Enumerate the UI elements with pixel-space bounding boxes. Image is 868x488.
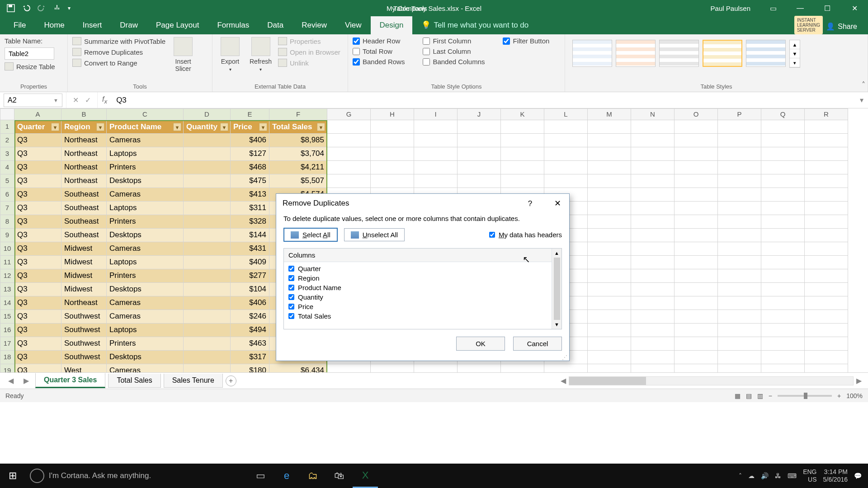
cell-L4[interactable] <box>544 161 588 174</box>
cell-R13[interactable] <box>805 283 848 296</box>
row-header-11[interactable]: 11 <box>0 256 14 269</box>
row-header-17[interactable]: 17 <box>0 337 14 351</box>
gallery-down-icon[interactable]: ▼ <box>790 49 800 58</box>
cell-E7[interactable]: $311 <box>231 202 269 215</box>
tab-design[interactable]: Design <box>371 16 413 34</box>
row-header-2[interactable]: 2 <box>0 134 14 147</box>
cell-E5[interactable]: $475 <box>231 174 269 188</box>
cell-P10[interactable] <box>718 242 761 256</box>
scroll-thumb[interactable] <box>569 377 646 385</box>
cell-A19[interactable]: Q3 <box>14 364 61 372</box>
table-style-1[interactable] <box>572 40 612 67</box>
cell-P15[interactable] <box>718 310 761 324</box>
cell-D3[interactable] <box>184 147 231 161</box>
cell-P4[interactable] <box>718 161 761 174</box>
filter-dropdown-icon[interactable]: ▼ <box>96 123 104 131</box>
tab-formulas[interactable]: Formulas <box>208 16 258 34</box>
column-header-F[interactable]: F <box>269 108 327 120</box>
cell-B14[interactable]: Northeast <box>61 296 107 310</box>
cell-Q8[interactable] <box>761 215 805 229</box>
cell-N17[interactable] <box>631 337 675 351</box>
cell-C19[interactable]: Cameras <box>107 364 184 372</box>
cell-I3[interactable] <box>414 147 458 161</box>
columns-scrollbar[interactable]: ▲ ▼ <box>552 249 561 329</box>
convert-range-button[interactable]: Convert to Range <box>72 59 165 67</box>
cell-P19[interactable] <box>718 364 761 372</box>
name-box-dropdown-icon[interactable]: ▼ <box>53 98 58 103</box>
row-header-19[interactable]: 19 <box>0 364 14 372</box>
cell-Q12[interactable] <box>761 269 805 283</box>
view-page-layout-icon[interactable]: ▤ <box>746 392 752 399</box>
banded-rows-checkbox[interactable]: Banded Rows <box>353 58 405 66</box>
cell-B7[interactable]: Southeast <box>61 202 107 215</box>
column-header-Q[interactable]: Q <box>761 108 805 120</box>
task-view-icon[interactable]: ▭ <box>248 464 273 488</box>
cell-A4[interactable]: Q3 <box>14 161 61 174</box>
column-checkbox-product-name[interactable]: Product Name <box>288 283 557 292</box>
cell-I1[interactable] <box>414 120 458 134</box>
tray-language[interactable]: ENGUS <box>803 468 816 483</box>
cell-O6[interactable] <box>675 188 718 202</box>
cell-C10[interactable]: Cameras <box>107 242 184 256</box>
cell-B15[interactable]: Southwest <box>61 310 107 324</box>
cell-F19[interactable]: $6,434 <box>269 364 327 372</box>
table-name-input[interactable] <box>5 47 54 60</box>
cell-B16[interactable]: Southwest <box>61 324 107 337</box>
cell-G1[interactable] <box>327 120 371 134</box>
cell-C15[interactable]: Cameras <box>107 310 184 324</box>
cell-P5[interactable] <box>718 174 761 188</box>
cell-Q15[interactable] <box>761 310 805 324</box>
cell-A17[interactable]: Q3 <box>14 337 61 351</box>
cell-A5[interactable]: Q3 <box>14 174 61 188</box>
cell-Q1[interactable] <box>761 120 805 134</box>
cell-A8[interactable]: Q3 <box>14 215 61 229</box>
cell-C7[interactable]: Laptops <box>107 202 184 215</box>
resize-grip-icon[interactable]: ⋰ <box>276 354 569 361</box>
share-button[interactable]: 👤Share <box>820 19 863 34</box>
tray-chevron-icon[interactable]: ˄ <box>739 472 742 479</box>
cell-O5[interactable] <box>675 174 718 188</box>
sheet-tab-total-sales[interactable]: Total Sales <box>108 374 160 388</box>
column-header-D[interactable]: D <box>184 108 231 120</box>
cell-R9[interactable] <box>805 229 848 242</box>
cell-A14[interactable]: Q3 <box>14 296 61 310</box>
cell-D8[interactable] <box>184 215 231 229</box>
column-header-M[interactable]: M <box>588 108 631 120</box>
cell-N19[interactable] <box>631 364 675 372</box>
cell-N13[interactable] <box>631 283 675 296</box>
table-style-4-selected[interactable] <box>703 40 742 67</box>
cell-A6[interactable]: Q3 <box>14 188 61 202</box>
cell-I4[interactable] <box>414 161 458 174</box>
filter-button-checkbox[interactable]: Filter Button <box>503 37 549 45</box>
column-header-A[interactable]: A <box>14 108 61 120</box>
select-all-corner[interactable] <box>0 108 14 120</box>
cell-F5[interactable]: $5,507 <box>269 174 327 188</box>
cell-B18[interactable]: Southwest <box>61 351 107 364</box>
cell-M13[interactable] <box>588 283 631 296</box>
table-style-3[interactable] <box>659 40 699 67</box>
cell-O9[interactable] <box>675 229 718 242</box>
cell-C6[interactable]: Cameras <box>107 188 184 202</box>
cell-O1[interactable] <box>675 120 718 134</box>
cell-E9[interactable]: $144 <box>231 229 269 242</box>
cell-D7[interactable] <box>184 202 231 215</box>
cell-N9[interactable] <box>631 229 675 242</box>
cell-D15[interactable] <box>184 310 231 324</box>
sheet-tab-sales-tenure[interactable]: Sales Tenure <box>164 374 223 388</box>
cell-O18[interactable] <box>675 351 718 364</box>
cortana-search[interactable]: I'm Cortana. Ask me anything. <box>49 471 230 480</box>
cell-R14[interactable] <box>805 296 848 310</box>
ok-button[interactable]: OK <box>456 337 505 351</box>
cell-M5[interactable] <box>588 174 631 188</box>
cell-M15[interactable] <box>588 310 631 324</box>
cell-E13[interactable]: $104 <box>231 283 269 296</box>
cell-Q10[interactable] <box>761 242 805 256</box>
cell-C1[interactable]: Product Name▼ <box>107 120 184 134</box>
sheet-nav-prev-icon[interactable]: ◀ <box>5 376 17 385</box>
cell-M16[interactable] <box>588 324 631 337</box>
cell-N11[interactable] <box>631 256 675 269</box>
column-header-N[interactable]: N <box>631 108 675 120</box>
tab-insert[interactable]: Insert <box>74 16 111 34</box>
cell-D13[interactable] <box>184 283 231 296</box>
tab-home[interactable]: Home <box>35 16 73 34</box>
